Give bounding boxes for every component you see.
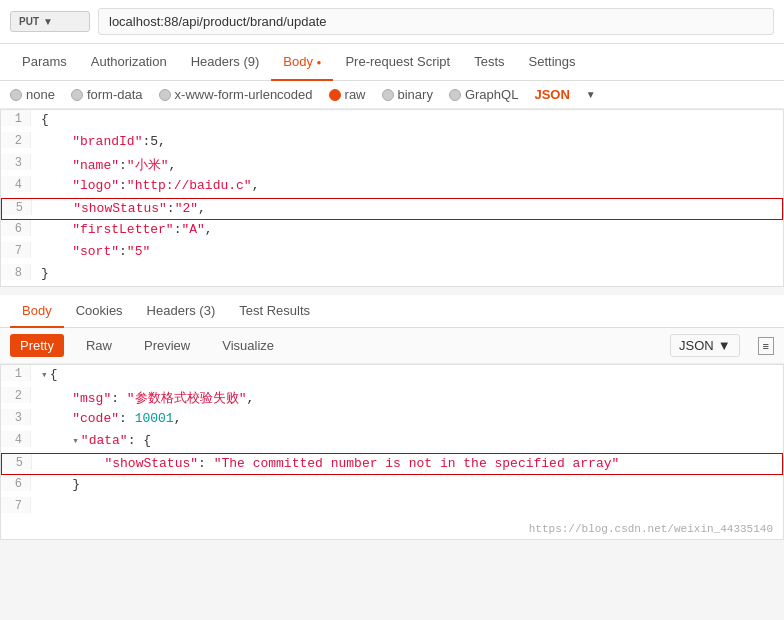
req-line-7: 7 "sort":"5" <box>1 242 783 264</box>
resp-tab-body[interactable]: Body <box>10 295 64 328</box>
resp-line-4: 4 ▾"data": { <box>1 431 783 453</box>
req-line-4: 4 "logo":"http://baidu.c", <box>1 176 783 198</box>
pretty-button[interactable]: Pretty <box>10 334 64 357</box>
tab-prerequest[interactable]: Pre-request Script <box>333 44 462 81</box>
req-line-3: 3 "name":"小米", <box>1 154 783 176</box>
collapse-arrow-1[interactable]: ▾ <box>41 369 48 381</box>
resp-line-6: 6 } <box>1 475 783 497</box>
request-tab-bar: Params Authorization Headers (9) Body ● … <box>0 44 784 81</box>
response-tab-bar: Body Cookies Headers (3) Test Results <box>0 295 784 328</box>
radio-none-circle <box>10 89 22 101</box>
tab-body[interactable]: Body ● <box>271 44 333 81</box>
resp-tab-testresults[interactable]: Test Results <box>227 295 322 328</box>
tab-settings[interactable]: Settings <box>517 44 588 81</box>
req-line-6: 6 "firstLetter":"A", <box>1 220 783 242</box>
preview-button[interactable]: Preview <box>134 334 200 357</box>
radio-urlencoded-circle <box>159 89 171 101</box>
radio-graphql[interactable]: GraphQL <box>449 87 518 102</box>
resp-tab-cookies[interactable]: Cookies <box>64 295 135 328</box>
visualize-button[interactable]: Visualize <box>212 334 284 357</box>
tab-headers[interactable]: Headers (9) <box>179 44 272 81</box>
json-format-dropdown[interactable]: ▼ <box>586 89 596 100</box>
url-input[interactable] <box>98 8 774 35</box>
req-line-5: 5 "showStatus":"2", <box>1 198 783 220</box>
radio-raw-circle <box>329 89 341 101</box>
resp-tab-headers[interactable]: Headers (3) <box>135 295 228 328</box>
radio-none[interactable]: none <box>10 87 55 102</box>
method-select[interactable]: PUT ▼ <box>10 11 90 32</box>
radio-formdata-circle <box>71 89 83 101</box>
resp-line-1: 1 ▾{ <box>1 365 783 387</box>
radio-form-data[interactable]: form-data <box>71 87 143 102</box>
response-body-editor: 1 ▾{ 2 "msg": "参数格式校验失败", 3 "code": 1000… <box>0 364 784 540</box>
radio-binary-circle <box>382 89 394 101</box>
resp-line-3: 3 "code": 10001, <box>1 409 783 431</box>
resp-filter-icon[interactable]: ≡ <box>758 337 774 355</box>
response-toolbar: Pretty Raw Preview Visualize JSON ▼ ≡ <box>0 328 784 364</box>
resp-format-select[interactable]: JSON ▼ <box>670 334 740 357</box>
collapse-arrow-4[interactable]: ▾ <box>72 435 79 447</box>
resp-line-7: 7 <box>1 497 783 519</box>
body-type-bar: none form-data x-www-form-urlencoded raw… <box>0 81 784 109</box>
json-format-label[interactable]: JSON <box>534 87 569 102</box>
request-body-editor: 1 { 2 "brandId":5, 3 "name":"小米", 4 "log… <box>0 109 784 287</box>
resp-line-5: 5 "showStatus": "The committed number is… <box>1 453 783 475</box>
radio-urlencoded[interactable]: x-www-form-urlencoded <box>159 87 313 102</box>
watermark: https://blog.csdn.net/weixin_44335140 <box>1 519 783 539</box>
method-label: PUT <box>19 16 39 27</box>
radio-binary[interactable]: binary <box>382 87 433 102</box>
tab-tests[interactable]: Tests <box>462 44 516 81</box>
url-bar: PUT ▼ <box>0 0 784 44</box>
req-line-8: 8 } <box>1 264 783 286</box>
resp-line-2: 2 "msg": "参数格式校验失败", <box>1 387 783 409</box>
method-dropdown-arrow[interactable]: ▼ <box>43 16 53 27</box>
req-line-2: 2 "brandId":5, <box>1 132 783 154</box>
raw-button[interactable]: Raw <box>76 334 122 357</box>
req-line-1: 1 { <box>1 110 783 132</box>
tab-authorization[interactable]: Authorization <box>79 44 179 81</box>
radio-raw[interactable]: raw <box>329 87 366 102</box>
radio-graphql-circle <box>449 89 461 101</box>
tab-params[interactable]: Params <box>10 44 79 81</box>
